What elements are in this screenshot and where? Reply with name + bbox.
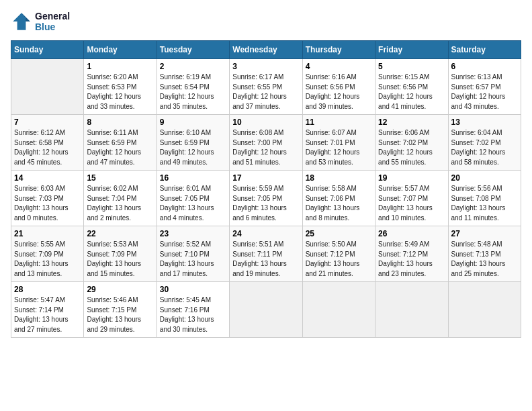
day-info: Sunrise: 6:08 AM Sunset: 7:00 PM Dayligh… bbox=[232, 128, 299, 167]
day-number: 21 bbox=[14, 229, 81, 238]
day-info: Sunrise: 6:02 AM Sunset: 7:04 PM Dayligh… bbox=[87, 184, 153, 223]
day-info: Sunrise: 5:59 AM Sunset: 7:05 PM Dayligh… bbox=[232, 184, 299, 223]
day-info: Sunrise: 6:13 AM Sunset: 6:57 PM Dayligh… bbox=[451, 73, 518, 111]
weekday-header: Thursday bbox=[302, 41, 375, 59]
calendar-cell bbox=[302, 282, 375, 338]
day-number: 4 bbox=[306, 62, 372, 71]
day-number: 11 bbox=[306, 118, 372, 127]
day-number: 6 bbox=[451, 62, 518, 71]
day-info: Sunrise: 5:53 AM Sunset: 7:09 PM Dayligh… bbox=[87, 240, 153, 279]
page-header: General Blue bbox=[11, 11, 521, 32]
calendar-cell: 1Sunrise: 6:20 AM Sunset: 6:53 PM Daylig… bbox=[84, 59, 157, 115]
calendar-week-row: 28Sunrise: 5:47 AM Sunset: 7:14 PM Dayli… bbox=[11, 282, 521, 338]
calendar-cell: 24Sunrise: 5:51 AM Sunset: 7:11 PM Dayli… bbox=[230, 226, 302, 282]
calendar-cell: 13Sunrise: 6:04 AM Sunset: 7:02 PM Dayli… bbox=[448, 115, 521, 171]
day-info: Sunrise: 5:50 AM Sunset: 7:12 PM Dayligh… bbox=[306, 240, 372, 279]
day-info: Sunrise: 5:55 AM Sunset: 7:09 PM Dayligh… bbox=[14, 240, 81, 279]
weekday-header: Saturday bbox=[448, 41, 521, 59]
weekday-header: Sunday bbox=[11, 41, 84, 59]
day-number: 26 bbox=[378, 229, 445, 238]
day-info: Sunrise: 6:11 AM Sunset: 6:59 PM Dayligh… bbox=[87, 128, 153, 167]
weekday-header-row: SundayMondayTuesdayWednesdayThursdayFrid… bbox=[11, 41, 521, 59]
day-number: 1 bbox=[87, 62, 153, 71]
day-number: 7 bbox=[14, 118, 81, 127]
day-info: Sunrise: 6:06 AM Sunset: 7:02 PM Dayligh… bbox=[378, 128, 445, 167]
day-info: Sunrise: 5:58 AM Sunset: 7:06 PM Dayligh… bbox=[306, 184, 372, 223]
day-info: Sunrise: 5:48 AM Sunset: 7:13 PM Dayligh… bbox=[451, 240, 518, 279]
calendar-cell: 11Sunrise: 6:07 AM Sunset: 7:01 PM Dayli… bbox=[302, 115, 375, 171]
day-info: Sunrise: 6:01 AM Sunset: 7:05 PM Dayligh… bbox=[160, 184, 226, 223]
calendar-week-row: 21Sunrise: 5:55 AM Sunset: 7:09 PM Dayli… bbox=[11, 226, 521, 282]
calendar-cell: 2Sunrise: 6:19 AM Sunset: 6:54 PM Daylig… bbox=[157, 59, 229, 115]
day-number: 12 bbox=[378, 118, 445, 127]
day-number: 3 bbox=[232, 62, 299, 71]
day-number: 14 bbox=[14, 173, 81, 183]
day-info: Sunrise: 5:56 AM Sunset: 7:08 PM Dayligh… bbox=[451, 184, 518, 223]
calendar-cell: 25Sunrise: 5:50 AM Sunset: 7:12 PM Dayli… bbox=[302, 226, 375, 282]
calendar-cell: 8Sunrise: 6:11 AM Sunset: 6:59 PM Daylig… bbox=[84, 115, 157, 171]
logo-text-general: General bbox=[35, 11, 70, 21]
day-number: 29 bbox=[87, 285, 153, 294]
day-number: 17 bbox=[232, 173, 299, 183]
day-number: 19 bbox=[378, 173, 445, 183]
day-number: 13 bbox=[451, 118, 518, 127]
calendar-cell: 28Sunrise: 5:47 AM Sunset: 7:14 PM Dayli… bbox=[11, 282, 84, 338]
day-info: Sunrise: 6:15 AM Sunset: 6:56 PM Dayligh… bbox=[378, 73, 445, 111]
weekday-header: Wednesday bbox=[230, 41, 302, 59]
day-info: Sunrise: 6:03 AM Sunset: 7:03 PM Dayligh… bbox=[14, 184, 81, 223]
calendar-cell: 3Sunrise: 6:17 AM Sunset: 6:55 PM Daylig… bbox=[230, 59, 302, 115]
day-info: Sunrise: 6:10 AM Sunset: 6:59 PM Dayligh… bbox=[160, 128, 226, 167]
day-number: 16 bbox=[160, 173, 226, 183]
calendar-cell: 14Sunrise: 6:03 AM Sunset: 7:03 PM Dayli… bbox=[11, 171, 84, 226]
day-info: Sunrise: 5:52 AM Sunset: 7:10 PM Dayligh… bbox=[160, 240, 226, 279]
calendar-cell: 15Sunrise: 6:02 AM Sunset: 7:04 PM Dayli… bbox=[84, 171, 157, 226]
calendar-cell bbox=[448, 282, 521, 338]
day-info: Sunrise: 5:49 AM Sunset: 7:12 PM Dayligh… bbox=[378, 240, 445, 279]
day-info: Sunrise: 6:17 AM Sunset: 6:55 PM Dayligh… bbox=[232, 73, 299, 111]
day-number: 20 bbox=[451, 173, 518, 183]
calendar-cell: 30Sunrise: 5:45 AM Sunset: 7:16 PM Dayli… bbox=[157, 282, 229, 338]
calendar-cell: 19Sunrise: 5:57 AM Sunset: 7:07 PM Dayli… bbox=[375, 171, 448, 226]
calendar-cell: 20Sunrise: 5:56 AM Sunset: 7:08 PM Dayli… bbox=[448, 171, 521, 226]
calendar-cell: 26Sunrise: 5:49 AM Sunset: 7:12 PM Dayli… bbox=[375, 226, 448, 282]
day-number: 5 bbox=[378, 62, 445, 71]
logo-icon bbox=[11, 11, 32, 32]
calendar-week-row: 7Sunrise: 6:12 AM Sunset: 6:58 PM Daylig… bbox=[11, 115, 521, 171]
calendar-cell: 16Sunrise: 6:01 AM Sunset: 7:05 PM Dayli… bbox=[157, 171, 229, 226]
calendar-cell bbox=[11, 59, 84, 115]
weekday-header: Friday bbox=[375, 41, 448, 59]
logo-text-blue: Blue bbox=[35, 21, 70, 32]
day-number: 27 bbox=[451, 229, 518, 238]
calendar-cell: 22Sunrise: 5:53 AM Sunset: 7:09 PM Dayli… bbox=[84, 226, 157, 282]
day-info: Sunrise: 5:57 AM Sunset: 7:07 PM Dayligh… bbox=[378, 184, 445, 223]
day-info: Sunrise: 5:46 AM Sunset: 7:15 PM Dayligh… bbox=[87, 295, 153, 334]
calendar-cell: 12Sunrise: 6:06 AM Sunset: 7:02 PM Dayli… bbox=[375, 115, 448, 171]
calendar-table: SundayMondayTuesdayWednesdayThursdayFrid… bbox=[11, 40, 521, 338]
day-number: 24 bbox=[232, 229, 299, 238]
calendar-cell bbox=[230, 282, 302, 338]
day-number: 18 bbox=[306, 173, 372, 183]
calendar-week-row: 14Sunrise: 6:03 AM Sunset: 7:03 PM Dayli… bbox=[11, 171, 521, 226]
calendar-cell: 21Sunrise: 5:55 AM Sunset: 7:09 PM Dayli… bbox=[11, 226, 84, 282]
day-number: 2 bbox=[160, 62, 226, 71]
day-info: Sunrise: 6:19 AM Sunset: 6:54 PM Dayligh… bbox=[160, 73, 226, 111]
day-number: 15 bbox=[87, 173, 153, 183]
day-info: Sunrise: 6:16 AM Sunset: 6:56 PM Dayligh… bbox=[306, 73, 372, 111]
calendar-cell: 9Sunrise: 6:10 AM Sunset: 6:59 PM Daylig… bbox=[157, 115, 229, 171]
day-number: 22 bbox=[87, 229, 153, 238]
calendar-cell: 18Sunrise: 5:58 AM Sunset: 7:06 PM Dayli… bbox=[302, 171, 375, 226]
day-number: 25 bbox=[306, 229, 372, 238]
calendar-cell: 10Sunrise: 6:08 AM Sunset: 7:00 PM Dayli… bbox=[230, 115, 302, 171]
day-info: Sunrise: 5:45 AM Sunset: 7:16 PM Dayligh… bbox=[160, 295, 226, 334]
day-number: 23 bbox=[160, 229, 226, 238]
calendar-cell: 5Sunrise: 6:15 AM Sunset: 6:56 PM Daylig… bbox=[375, 59, 448, 115]
calendar-cell: 29Sunrise: 5:46 AM Sunset: 7:15 PM Dayli… bbox=[84, 282, 157, 338]
day-info: Sunrise: 6:12 AM Sunset: 6:58 PM Dayligh… bbox=[14, 128, 81, 167]
day-number: 8 bbox=[87, 118, 153, 127]
calendar-week-row: 1Sunrise: 6:20 AM Sunset: 6:53 PM Daylig… bbox=[11, 59, 521, 115]
day-info: Sunrise: 5:51 AM Sunset: 7:11 PM Dayligh… bbox=[232, 240, 299, 279]
calendar-cell: 6Sunrise: 6:13 AM Sunset: 6:57 PM Daylig… bbox=[448, 59, 521, 115]
day-info: Sunrise: 6:07 AM Sunset: 7:01 PM Dayligh… bbox=[306, 128, 372, 167]
weekday-header: Tuesday bbox=[157, 41, 229, 59]
day-number: 9 bbox=[160, 118, 226, 127]
